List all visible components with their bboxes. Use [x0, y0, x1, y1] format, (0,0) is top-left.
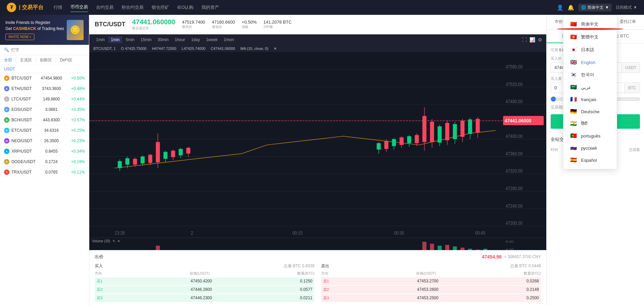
- list-item[interactable]: E ETH/USDT 3743.3600 +0.48%: [0, 84, 89, 94]
- svg-rect-95: [430, 244, 434, 250]
- lang-label-french: français: [581, 97, 596, 102]
- lang-option-hindi[interactable]: 🇮🇳 हिंदी: [563, 118, 617, 130]
- coin-icon: E: [4, 107, 9, 112]
- svg-rect-94: [422, 242, 426, 250]
- list-item[interactable]: T TRX/USDT 0.0765 +0.11%: [0, 167, 89, 178]
- ob-buy-row-3[interactable]: 买3 47446.2300 0.0211: [95, 294, 314, 302]
- banner-line1: Invite Friends to Register: [5, 20, 67, 26]
- fullscreen-icon[interactable]: ⛶: [522, 37, 527, 42]
- time-btn-1min[interactable]: 1min: [93, 36, 108, 43]
- lang-option-korean[interactable]: 🇰🇷 한국어: [563, 68, 617, 81]
- nav-item-mining[interactable]: 锁仓挖矿: [152, 3, 169, 12]
- tab-all[interactable]: 全部: [4, 57, 12, 63]
- ob-sell-row-1[interactable]: 卖1 47453.2700 0.0268: [321, 277, 541, 285]
- coin-icon: X: [4, 149, 9, 154]
- svg-rect-37: [179, 149, 183, 155]
- nav-item-spot[interactable]: 币币交易: [70, 3, 88, 12]
- invite-button[interactable]: INVITE NOW »: [5, 34, 34, 40]
- list-item[interactable]: N NEO/USDT 26.3500 +0.23%: [0, 136, 89, 146]
- nav-right: 👤 🔔 🌐 简体中文 ▼ 日间模式 ▼: [557, 4, 637, 11]
- list-item[interactable]: E ETC/USDT 34.6316 +0.25%: [0, 125, 89, 136]
- list-item[interactable]: E EOS/USDT 3.0881 +0.35%: [0, 104, 89, 115]
- lang-option-japanese[interactable]: 🇯🇵 日本語: [563, 43, 617, 56]
- chevron-down-icon: ▼: [605, 5, 609, 10]
- lang-label-simplified-chinese: 简体中文: [581, 21, 599, 27]
- tab-defi[interactable]: DeFi区: [60, 57, 72, 63]
- volume-close-icon[interactable]: ✕: [117, 239, 120, 243]
- lang-option-spanish[interactable]: 🇪🇸 Español: [563, 154, 617, 166]
- ob-sell-row-2[interactable]: 卖2 47453.2600 0.2149: [321, 286, 541, 294]
- time-btn-1hour[interactable]: 1hour: [172, 36, 188, 43]
- list-item[interactable]: X XRP/USDT 0.8455 +0.34%: [0, 146, 89, 157]
- coin-icon: L: [4, 96, 9, 102]
- ticker-low-item: 47180.6600 最低价: [212, 20, 235, 29]
- lang-option-simplified-chinese[interactable]: 🇨🇳 简体中文: [563, 18, 617, 31]
- coin-change: +0.50%: [65, 76, 85, 81]
- nav-item-market[interactable]: 行情: [54, 3, 62, 12]
- search-input[interactable]: [11, 48, 85, 52]
- volume-edit-icon[interactable]: ✎: [113, 239, 115, 243]
- flag-india: 🇮🇳: [570, 121, 578, 126]
- list-item[interactable]: L LTC/USDT 149.8800 +0.44%: [0, 94, 89, 104]
- coin-price: 26.3500: [38, 139, 65, 143]
- ticker: BTC/USDT 47441.060000 最后成交价 47519.7400 最…: [89, 15, 546, 34]
- coin-price: 0.1724: [38, 159, 65, 164]
- theme-button[interactable]: 日间模式 ▼: [616, 5, 637, 10]
- time-btn-active[interactable]: 1min: [108, 36, 122, 43]
- chart-ma-close-icon[interactable]: ✕: [274, 47, 277, 51]
- list-item[interactable]: B BCH/USDT 443.8300 +0.57%: [0, 115, 89, 125]
- ticker-price-item: 47441.060000 最后成交价: [132, 18, 175, 31]
- flag-saudi: 🇸🇦: [570, 85, 578, 90]
- flag-korea: 🇰🇷: [570, 72, 578, 78]
- time-btn-15min[interactable]: 15min: [138, 36, 154, 43]
- coin-list: B BTC/USDT 47454.9800 +0.50% E ETH/USDT …: [0, 73, 89, 306]
- lang-option-traditional-chinese[interactable]: 🇭🇰 繁體中文: [563, 31, 617, 43]
- chart-toolbar: 1min 1min 5min 15min 30min 1hour 1day 1w…: [89, 34, 546, 45]
- chart-canvas[interactable]: 47580.00 47520.00 47480.00 47440.00 4740…: [89, 52, 546, 238]
- svg-rect-43: [384, 141, 388, 149]
- chart-type-icon[interactable]: 📊: [529, 37, 535, 42]
- svg-rect-41: [377, 143, 381, 150]
- bell-icon[interactable]: 🔔: [568, 4, 574, 11]
- ticker-high: 47519.7400: [182, 20, 205, 25]
- list-item[interactable]: D DOGE/USDT 0.1724 +0.19%: [0, 157, 89, 167]
- ob-buy-row-1[interactable]: 买1 47450.4200 0.1250: [95, 277, 314, 285]
- flag-hk: 🇭🇰: [570, 34, 578, 40]
- tab-main[interactable]: 主流区: [20, 57, 32, 63]
- ob-sell-row-3[interactable]: 卖3 47453.2500 0.2500: [321, 294, 541, 302]
- chart-pair-label: BTC/USDT, 1: [93, 47, 116, 51]
- base-currency-label: USDT: [0, 65, 89, 73]
- lang-option-russian[interactable]: 🇷🇺 русский: [563, 142, 617, 154]
- ob-buy-row-2[interactable]: 买2 47446.2600 0.0577: [95, 286, 314, 294]
- main-content: Invite Friends to Register Get CASHBACK …: [0, 15, 644, 306]
- settings-icon[interactable]: ⚙: [538, 37, 542, 42]
- nav-items: 行情 币币交易 合约交易 秒合约交易 锁仓挖矿 IEO认购 我的资产: [54, 3, 557, 12]
- nav-item-second-futures[interactable]: 秒合约交易: [122, 3, 144, 12]
- time-btn-5min[interactable]: 5min: [123, 36, 137, 43]
- tab-new[interactable]: 创新区: [40, 57, 52, 63]
- lang-option-german[interactable]: 🇩🇪 Deutsche: [563, 105, 617, 118]
- svg-text:00:15: 00:15: [293, 231, 303, 236]
- nav-item-futures[interactable]: 合约交易: [96, 3, 114, 12]
- time-btn-30min[interactable]: 30min: [155, 36, 172, 43]
- nav-item-ieo[interactable]: IEO认购: [177, 3, 193, 12]
- ticker-last-label: 最后成交价: [132, 26, 175, 31]
- coin-name: BTC/USDT: [11, 76, 38, 81]
- lang-option-french[interactable]: 🇫🇷 français: [563, 93, 617, 105]
- svg-rect-39: [186, 148, 190, 154]
- time-btn-1week[interactable]: 1week: [203, 36, 220, 43]
- user-icon[interactable]: 👤: [557, 4, 563, 11]
- list-item[interactable]: B BTC/USDT 47454.9800 +0.50%: [0, 73, 89, 84]
- flag-uk: 🇬🇧: [570, 60, 578, 65]
- svg-rect-53: [422, 116, 426, 142]
- svg-rect-45: [392, 139, 396, 146]
- lang-option-english[interactable]: 🇬🇧 English: [563, 56, 617, 68]
- logo[interactable]: ₮ | 交易平台: [7, 3, 43, 12]
- time-btn-1day[interactable]: 1day: [188, 36, 203, 43]
- lang-option-arabic[interactable]: 🇸🇦 عربي: [563, 81, 617, 93]
- language-button[interactable]: 🌐 简体中文 ▼: [578, 4, 612, 11]
- nav-item-assets[interactable]: 我的资产: [202, 3, 219, 12]
- lang-option-portuguese[interactable]: 🇵🇹 português: [563, 130, 617, 142]
- time-btn-1mon[interactable]: 1mon: [221, 36, 237, 43]
- svg-text:23:39: 23:39: [115, 231, 125, 236]
